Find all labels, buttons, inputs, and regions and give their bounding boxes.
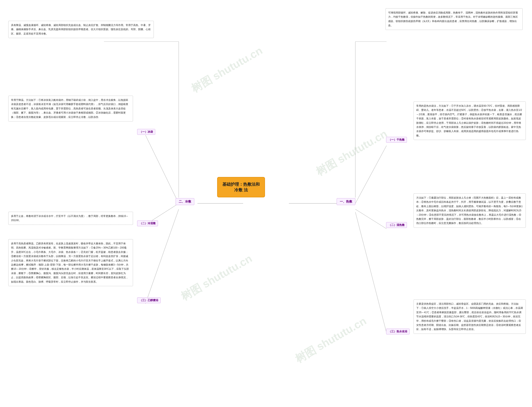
content-gan-re-fu: 常用的是热水袋法，方法如下：①于开水加入凉水，调水温至60-70℃，但对昏迷、局… bbox=[414, 102, 526, 140]
svg-line-9 bbox=[145, 135, 179, 204]
content-yi-chun: 多用于高热患者降温。乙醇具有挥发性，在皮肤上迅速蒸发时，吸收并带走大量体热，因此… bbox=[8, 239, 133, 286]
watermark-3: 树图 shututu.cn bbox=[178, 251, 255, 304]
sub-label-yi-chun: （三）乙醇擦浴 bbox=[137, 297, 161, 303]
svg-line-5 bbox=[355, 209, 387, 229]
svg-line-6 bbox=[355, 212, 387, 333]
central-label: 基础护理：热敷法和冷敷 法 bbox=[222, 182, 260, 192]
branch-re-fu: 一、热敷 bbox=[337, 198, 355, 205]
content-re-shui-zao: 主要是供热骨盆区，清洁局部伤口，减轻骨盆区、会阴及肛门周的充血、炎症和疼能。方法… bbox=[414, 299, 526, 334]
re-fu-top-content: 可增强局部循环、减轻疼痛、解除、促进炎症消散或局限，热敷有干、湿两种，湿热敷对皮… bbox=[386, 8, 523, 30]
sub-label-re-shui-zao: （三）热水坐浴 bbox=[386, 329, 410, 334]
sub-label-shi-re-fu: （二）湿热敷 bbox=[386, 222, 407, 228]
leng-fu-top-content: 具有降温、减慢血液循环、减轻疼痛、减轻局部组织充血或出血、制止炎症扩散、抑制细菌… bbox=[8, 21, 154, 38]
watermark-2: 树图 shututu.cn bbox=[313, 127, 390, 179]
watermark-4: 树图 shututu.cn bbox=[293, 314, 369, 367]
content-leng-shi-fu: 多用于止血，将敷布浸于冰水或冷水中，拧至半干（以不滴水为度），敷于局部，经常更换… bbox=[8, 212, 133, 225]
content-shi-re-fu: 方法如下：①暴露治疗部位，局部皮肤涂上凡士林（范围不大热敷面积）后，盖上一层纱布… bbox=[414, 193, 526, 228]
sub-label-leng-shi-fu: （二）冷湿敷 bbox=[137, 220, 158, 226]
watermark-1: 树图 shututu.cn bbox=[189, 43, 265, 96]
mind-map: 树图 shututu.cn 树图 shututu.cn 树图 shututu.c… bbox=[0, 0, 532, 407]
svg-line-4 bbox=[355, 146, 387, 204]
sub-label-gan-re-fu: （一）干热敷 bbox=[386, 137, 407, 143]
central-node: 基础护理：热敷法和冷敷 法 bbox=[217, 177, 265, 197]
branch-leng-fu: 二、冷敷 bbox=[176, 198, 194, 205]
sub-label-bing-dai: （一）冰袋 bbox=[137, 129, 155, 135]
content-bing-dai: 常用于降温。方法如下：①将冰块装入帆布袋内，用锤子敲碎成小块，倒入盆中，用水冲去… bbox=[8, 96, 133, 121]
